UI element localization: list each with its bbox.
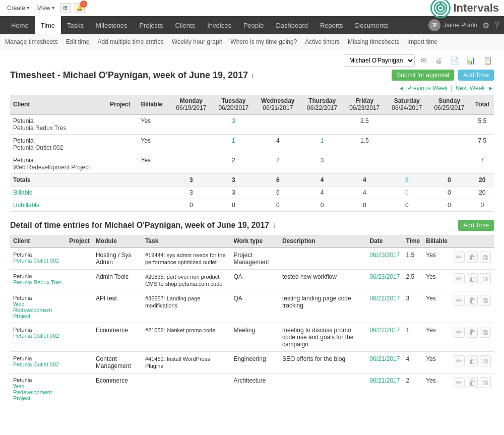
dr2-module: Admin Tools (93, 270, 142, 291)
edit-icon[interactable]: ✏ (454, 252, 465, 263)
totals-total: 20 (470, 174, 494, 187)
row1-tue: 3 (212, 114, 255, 135)
billable-thu: 4 (301, 187, 343, 199)
export-icon-3[interactable]: 📋 (481, 55, 494, 66)
submit-approval-button[interactable]: Submit for approval (392, 70, 454, 81)
list-item: PetuniaWeb Redevelopment Project API tes… (10, 291, 494, 323)
email-icon[interactable]: ✉ (419, 55, 429, 66)
nav-item-invoices[interactable]: Invoices (201, 16, 237, 34)
row2-fri: 1.5 (343, 135, 386, 154)
help-icon[interactable]: ? (494, 21, 499, 30)
page-icon-button[interactable]: ⊞ (60, 3, 71, 13)
row1-total: 5.5 (470, 114, 494, 135)
nav-item-people[interactable]: People (237, 16, 270, 34)
delete-icon[interactable]: 🗑 (467, 327, 478, 338)
dr6-actions: ✏ 🗑 ⧉ (451, 374, 494, 405)
edit-icon[interactable]: ✏ (454, 295, 465, 306)
prev-week-link[interactable]: Previous Week (407, 85, 448, 92)
col-mon: Monday06/19/2017 (170, 95, 212, 114)
copy-icon[interactable]: ⧉ (480, 273, 491, 284)
copy-icon[interactable]: ⧉ (480, 355, 491, 366)
row2-sun (428, 135, 470, 154)
dr2-client: PetuniaPetunia Redux Tres (10, 270, 66, 291)
print-icon[interactable]: 🖨 (433, 55, 444, 66)
subnav-weekly-graph[interactable]: Weekly hour graph (172, 38, 223, 45)
billable-empty2 (138, 187, 170, 199)
nav-item-clients[interactable]: Clients (169, 16, 201, 34)
top-bar-left: Create ▾ View ▾ ⊞ 🔔 5 (5, 3, 85, 13)
user-select[interactable]: Michael O'Paynigan (344, 54, 415, 67)
dr1-description (279, 247, 367, 270)
top-bar: Create ▾ View ▾ ⊞ 🔔 5 Intervals (0, 0, 504, 16)
row2-client: PetuniaPetunia Outlet 002 (10, 135, 107, 154)
top-bar-right: Intervals (431, 0, 499, 17)
billable-total: 20 (470, 187, 494, 199)
add-time-button-top[interactable]: Add Time (458, 70, 494, 81)
table-row: PetuniaWeb Redevelopment Project Yes 2 2… (10, 154, 494, 174)
nav-item-reports[interactable]: Reports (314, 16, 349, 34)
subnav-active-timers[interactable]: Active timers (305, 38, 340, 45)
billable-label: Billable (10, 187, 107, 199)
totals-sat: 0 (386, 174, 428, 187)
dr1-actions: ✏ 🗑 ⧉ (451, 247, 494, 270)
totals-fri: 4 (343, 174, 386, 187)
subnav-missing[interactable]: Missing timesheets (348, 38, 399, 45)
delete-icon[interactable]: 🗑 (467, 252, 478, 263)
totals-row: Totals 3 3 6 4 4 0 0 20 (10, 174, 494, 187)
nav-item-documents[interactable]: Documents (349, 16, 395, 34)
subnav-where[interactable]: Where is my time going? (230, 38, 297, 45)
edit-icon[interactable]: ✏ (454, 327, 465, 338)
delete-icon[interactable]: 🗑 (467, 295, 478, 306)
col-sun: Sunday06/25/2017 (428, 95, 470, 114)
delete-icon[interactable]: 🗑 (467, 377, 478, 388)
arrow-left-icon: ◄ (398, 85, 404, 92)
copy-icon[interactable]: ⧉ (480, 295, 491, 306)
totals-billable-empty (138, 174, 170, 187)
dr5-date: 06/21/2017 (366, 352, 403, 374)
main-nav: Home Time Tasks Milestones Projects Clie… (0, 16, 504, 34)
subnav-add-multiple[interactable]: Add multiple time entries (97, 38, 163, 45)
add-time-button-detail[interactable]: Add Time (458, 220, 494, 231)
row3-thu: 3 (301, 154, 343, 174)
dr2-task: #20835: port over non product CMS to sho… (142, 270, 231, 291)
copy-icon[interactable]: ⧉ (480, 252, 491, 263)
copy-icon[interactable]: ⧉ (480, 327, 491, 338)
subnav-import[interactable]: Import time (407, 38, 437, 45)
notification-button[interactable]: 🔔 5 (75, 3, 85, 13)
export-icon-1[interactable]: 📄 (448, 55, 461, 66)
nav-item-milestones[interactable]: Milestones (90, 16, 133, 34)
settings-icon[interactable]: ⚙ (482, 21, 489, 30)
dr5-worktype: Engineering (231, 352, 279, 374)
dcol-client: Client (10, 235, 66, 247)
nav-item-tasks[interactable]: Tasks (61, 16, 90, 34)
edit-icon[interactable]: ✏ (454, 377, 465, 388)
dr6-worktype: Architecture (231, 374, 279, 405)
delete-icon[interactable]: 🗑 (467, 355, 478, 366)
create-button[interactable]: Create ▾ (5, 4, 31, 13)
view-button[interactable]: View ▾ (35, 4, 56, 13)
nav-item-home[interactable]: Home (5, 16, 35, 34)
nav-item-dashboard[interactable]: Dashboard (270, 16, 314, 34)
col-tue: Tuesday06/20/2017 (212, 95, 255, 114)
dr4-module: Ecommerce (93, 323, 142, 352)
nav-item-projects[interactable]: Projects (133, 16, 169, 34)
subnav-manage-timesheets[interactable]: Manage timesheets (5, 38, 58, 45)
delete-icon[interactable]: 🗑 (467, 273, 478, 284)
edit-icon[interactable]: ✏ (454, 273, 465, 284)
row2-wed: 4 (255, 135, 301, 154)
copy-icon[interactable]: ⧉ (480, 377, 491, 388)
dcol-module: Module (93, 235, 142, 247)
view-label: View (37, 5, 50, 12)
edit-icon[interactable]: ✏ (454, 355, 465, 366)
export-icon-2[interactable]: 📊 (465, 55, 477, 66)
title-info-icon: ℹ (251, 73, 254, 80)
nav-item-time[interactable]: Time (35, 16, 61, 34)
row3-client: PetuniaWeb Redevelopment Project (10, 154, 107, 174)
subnav-edit-time[interactable]: Edit time (66, 38, 90, 45)
row2-sat (386, 135, 428, 154)
list-item: PetuniaPetunia Redux Tres Admin Tools #2… (10, 270, 494, 291)
dr5-project (66, 352, 93, 374)
totals-thu: 4 (301, 174, 343, 187)
unbillable-mon: 0 (170, 199, 212, 212)
next-week-link[interactable]: Next Week (456, 85, 485, 92)
